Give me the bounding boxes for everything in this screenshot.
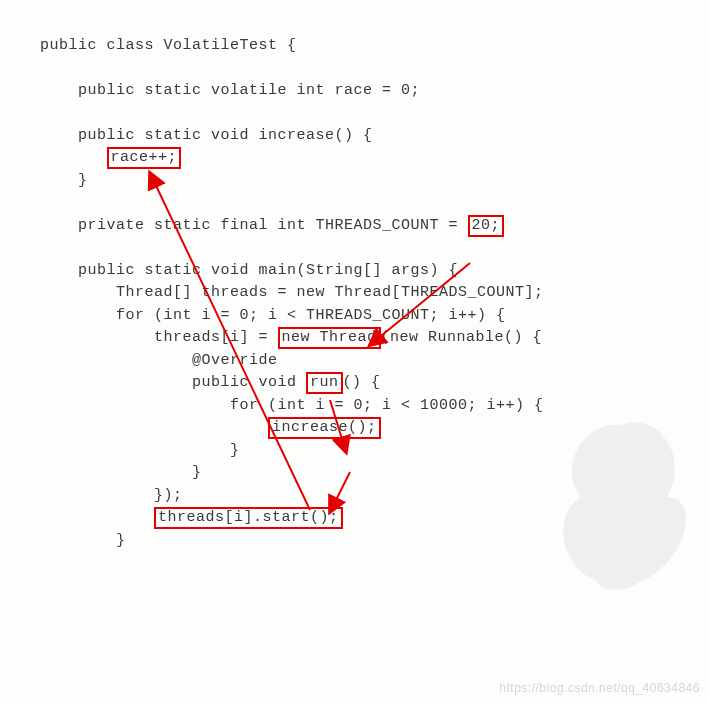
watermark-shape [540,410,700,600]
code-line: }); [40,487,183,504]
code-line: } [40,532,126,549]
code-line-prefix [40,509,154,526]
highlight-increase-call: increase(); [268,417,381,439]
code-line: public class VolatileTest { [40,37,297,54]
watermark-text: https://blog.csdn.net/qq_40634846 [499,681,700,695]
code-line-prefix: private static final int THREADS_COUNT = [40,217,468,234]
code-line-prefix [40,419,268,436]
code-line-prefix: public void [40,374,306,391]
code-line-prefix [40,149,107,166]
code-line: } [40,442,240,459]
code-line: for (int i = 0; i < 10000; i++) { [40,397,544,414]
code-line: } [40,172,88,189]
highlight-run: run [306,372,343,394]
code-line: public static volatile int race = 0; [40,82,420,99]
highlight-thread-start: threads[i].start(); [154,507,343,529]
code-line: Thread[] threads = new Thread[THREADS_CO… [40,284,544,301]
code-line-suffix: (new Runnable() { [381,329,543,346]
highlight-threads-count: 20; [468,215,505,237]
code-line: public static void main(String[] args) { [40,262,458,279]
highlight-race-increment: race++; [107,147,182,169]
code-line-suffix: () { [343,374,381,391]
code-line: for (int i = 0; i < THREADS_COUNT; i++) … [40,307,506,324]
code-line-prefix: threads[i] = [40,329,278,346]
code-line: public static void increase() { [40,127,373,144]
highlight-new-thread: new Thread [278,327,381,349]
code-line: } [40,464,202,481]
code-block: public class VolatileTest { public stati… [40,12,544,552]
code-line: @Override [40,352,278,369]
